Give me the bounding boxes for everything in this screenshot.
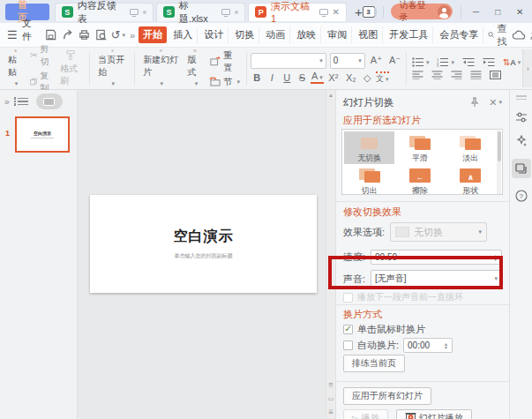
spinner-icon[interactable]: ▲▼ bbox=[444, 342, 448, 349]
slide-navigator-icon[interactable]: ▭ bbox=[328, 395, 334, 402]
ribbon-tab-developer[interactable]: 开发工具 bbox=[385, 26, 433, 43]
reset-button[interactable]: 重置 bbox=[207, 49, 243, 75]
tab-doc-2[interactable]: S 标题.xlsx bbox=[156, 3, 245, 21]
effect-options-dropdown[interactable]: 无切换 bbox=[390, 222, 487, 242]
mouse-click-checkbox[interactable] bbox=[343, 325, 353, 334]
transition-shape[interactable]: ∧ 形状 bbox=[446, 164, 496, 195]
outline-view-icon[interactable] bbox=[18, 98, 28, 106]
ribbon-tab-transition[interactable]: 切换 bbox=[230, 26, 259, 43]
bullet-list-button[interactable] bbox=[410, 57, 431, 67]
distribute-text-button[interactable] bbox=[488, 71, 503, 79]
properties-sliders-icon[interactable] bbox=[515, 111, 528, 123]
document-count-badge[interactable]: 3 bbox=[363, 6, 375, 18]
subscript-button[interactable]: X₂ bbox=[343, 72, 359, 83]
sound-dropdown[interactable]: [无声音] bbox=[371, 270, 502, 288]
tab-doc-1[interactable]: S 内容反馈表 bbox=[55, 3, 154, 21]
minimize-button[interactable]: ─ bbox=[469, 7, 483, 17]
play-from-current-button[interactable]: 当页开始 bbox=[94, 49, 131, 87]
line-spacing-button[interactable]: ⇅A bbox=[501, 57, 522, 67]
scroll-up-icon[interactable]: ▲ bbox=[326, 93, 335, 98]
ribbon-expand-button[interactable]: › bbox=[522, 49, 532, 87]
slide-page[interactable]: 空白演示 单击输入您的封面副标题 bbox=[90, 195, 317, 293]
align-right-button[interactable] bbox=[449, 71, 464, 79]
strikethrough-button[interactable]: S bbox=[296, 72, 309, 83]
ribbon-tab-animation[interactable]: 动画 bbox=[261, 26, 290, 43]
ribbon-tab-insert[interactable]: 插入 bbox=[169, 26, 198, 43]
transition-wipe[interactable]: ← 擦除 bbox=[394, 164, 445, 195]
auto-advance-input[interactable]: 00:00 ▲▼ bbox=[403, 338, 453, 353]
rehearse-button[interactable]: 排练当前页 bbox=[343, 355, 405, 372]
slideshow-play-button[interactable]: 幻灯片播放 bbox=[396, 409, 472, 419]
ribbon-tab-slideshow[interactable]: 放映 bbox=[292, 26, 321, 43]
decrease-indent-button[interactable] bbox=[461, 57, 476, 67]
tab-doc-active[interactable]: P 演示文稿1 ✕ bbox=[248, 3, 347, 21]
panel-drag-handle[interactable] bbox=[516, 95, 527, 100]
cloud-sync-icon[interactable] bbox=[512, 27, 526, 42]
tab-close-icon[interactable]: ✕ bbox=[333, 7, 340, 17]
slide-subtitle-textbox[interactable]: 单击输入您的封面副标题 bbox=[175, 252, 233, 260]
ribbon-tab-home[interactable]: 开始 bbox=[139, 26, 167, 43]
transition-fade[interactable]: 淡出 bbox=[446, 131, 496, 164]
transition-cut[interactable]: 切出 bbox=[344, 164, 394, 195]
undo-icon[interactable]: ↺ bbox=[111, 27, 125, 42]
format-painter-button[interactable]: 格式刷 bbox=[56, 49, 86, 87]
pin-icon[interactable] bbox=[469, 97, 480, 108]
new-slide-button[interactable]: 新建幻灯片 bbox=[139, 49, 183, 87]
play-button[interactable]: ▷ 播放 bbox=[343, 409, 388, 419]
new-tab-button[interactable]: + bbox=[355, 4, 363, 19]
print-preview-icon[interactable] bbox=[94, 27, 108, 42]
increase-indent-button[interactable] bbox=[481, 57, 497, 67]
previous-slide-icon[interactable]: ⇈ bbox=[328, 382, 333, 389]
layout-button[interactable]: 版式 bbox=[183, 49, 207, 87]
loop-sound-checkbox[interactable] bbox=[343, 293, 353, 303]
numbered-list-button[interactable]: 123 bbox=[435, 57, 456, 67]
apply-all-button[interactable]: 应用于所有幻灯片 bbox=[343, 387, 431, 405]
ribbon-tab-member[interactable]: 会员专享 bbox=[435, 26, 483, 43]
hamburger-icon[interactable]: ☰ bbox=[7, 28, 18, 41]
effects-wand-icon[interactable] bbox=[515, 135, 528, 147]
ribbon-tab-design[interactable]: 设计 bbox=[199, 26, 229, 43]
slide-title-textbox[interactable]: 空白演示 bbox=[174, 228, 234, 246]
font-size-select[interactable]: 0 bbox=[330, 53, 365, 69]
auto-advance-checkbox[interactable] bbox=[343, 340, 353, 350]
maximize-button[interactable]: □ bbox=[491, 7, 505, 17]
section-button[interactable]: 节 bbox=[207, 75, 243, 89]
underline-button[interactable]: U bbox=[281, 72, 294, 83]
export-icon[interactable] bbox=[61, 27, 74, 42]
ribbon-tab-view[interactable]: 视图 bbox=[354, 26, 383, 43]
close-button[interactable]: ✕ bbox=[513, 7, 527, 17]
phonetic-guide-button[interactable]: 文 bbox=[376, 71, 389, 85]
bold-button[interactable]: B bbox=[251, 72, 264, 83]
next-slide-icon[interactable]: ⇊ bbox=[328, 408, 333, 415]
font-color-button[interactable]: A bbox=[311, 71, 324, 84]
superscript-button[interactable]: X² bbox=[326, 72, 341, 83]
save-icon[interactable] bbox=[44, 27, 57, 42]
expand-panel-icon[interactable]: » bbox=[4, 97, 10, 107]
canvas-scrollbar[interactable]: ▲ ⇈ ▭ ⇊ bbox=[326, 90, 335, 419]
slide-editing-canvas[interactable]: 空白演示 单击输入您的封面副标题 ▲ ⇈ ▭ ⇊ bbox=[78, 90, 335, 419]
spinner-icon[interactable]: ▲▼ bbox=[493, 254, 498, 261]
align-left-button[interactable] bbox=[410, 71, 425, 79]
shrink-font-button[interactable]: A⁻ bbox=[387, 55, 402, 66]
font-name-select[interactable] bbox=[251, 53, 326, 69]
help-icon[interactable]: ? bbox=[515, 190, 528, 202]
italic-button[interactable]: I bbox=[266, 72, 279, 83]
align-center-button[interactable] bbox=[430, 71, 445, 79]
print-icon[interactable] bbox=[78, 27, 91, 42]
speed-input[interactable]: 00.50 ▲▼ bbox=[371, 250, 502, 265]
more-commands-icon[interactable]: » bbox=[127, 30, 138, 41]
paste-button[interactable]: 粘贴 bbox=[4, 49, 27, 87]
cut-button[interactable]: ✂剪切 bbox=[27, 42, 56, 69]
ribbon-tab-review[interactable]: 审阅 bbox=[323, 26, 352, 43]
transition-smooth[interactable]: 平滑 bbox=[394, 131, 445, 164]
guest-login-button[interactable]: 访客登录 bbox=[391, 4, 452, 19]
transition-panel-toggle[interactable] bbox=[512, 159, 531, 178]
slide-view-toggle[interactable] bbox=[36, 94, 63, 109]
clear-format-button[interactable]: ◇ bbox=[361, 72, 374, 84]
transition-none[interactable]: 无切换 bbox=[344, 131, 394, 164]
justify-button[interactable] bbox=[468, 71, 483, 79]
grow-font-button[interactable]: A⁺ bbox=[369, 55, 384, 66]
panel-close-icon[interactable]: ✕ bbox=[489, 97, 497, 108]
gallery-scrollbar[interactable] bbox=[497, 131, 501, 195]
slide-thumbnail-1[interactable]: 空白演示 bbox=[15, 116, 70, 153]
